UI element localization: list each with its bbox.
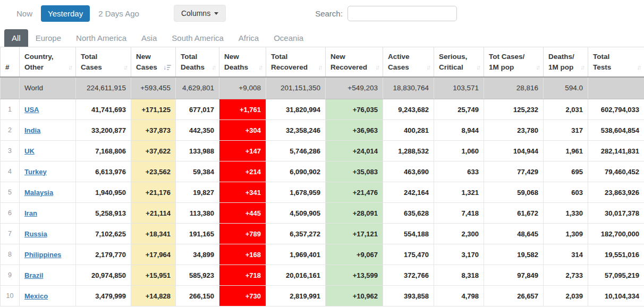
column-header-total_deaths[interactable]: TotalDeaths↓↑: [176, 47, 219, 77]
column-header-new_deaths[interactable]: NewDeaths↓↑: [219, 47, 266, 77]
cell-rank: [1, 77, 20, 99]
cell-new_recovered: +35,083: [326, 161, 383, 182]
cell-cases_per_1m: 23,780: [484, 120, 544, 141]
cell-total_tests: 79,460,452: [588, 161, 644, 182]
cell-total_cases: 6,613,976: [76, 161, 131, 182]
tab-oceania[interactable]: Oceania: [266, 29, 311, 47]
column-header-total_tests[interactable]: TotalTests↓↑: [588, 47, 644, 77]
tab-africa[interactable]: Africa: [231, 29, 266, 47]
header-line1: Total: [181, 52, 215, 62]
column-header-country[interactable]: Country,Other↓↑: [20, 47, 76, 77]
cell-total_deaths: 677,017: [176, 99, 219, 120]
cell-cases_per_1m: 61,672: [484, 203, 544, 224]
column-header-new_recovered[interactable]: NewRecovered↓↑: [326, 47, 383, 77]
cell-cases_per_1m: 48,645: [484, 224, 544, 244]
cell-deaths_per_1m: 1,330: [544, 203, 588, 224]
cell-serious_critical: 8,318: [434, 265, 484, 286]
cell-rank: 5: [1, 182, 20, 203]
tab-north-america[interactable]: North America: [69, 29, 134, 47]
country-link-russia[interactable]: Russia: [24, 230, 47, 238]
cell-total_cases: 2,179,770: [76, 244, 131, 265]
cell-country: Iran: [20, 203, 76, 224]
table-row: 3UK7,168,806+37,622133,988+1475,746,286+…: [1, 141, 644, 161]
column-header-deaths_per_1m[interactable]: Deaths/1M pop↓↑: [544, 47, 588, 77]
cell-serious_critical: 1,060: [434, 141, 484, 161]
country-link-india[interactable]: India: [24, 126, 40, 134]
cell-serious_critical: 2,300: [434, 224, 484, 244]
cell-new_cases: +18,341: [131, 224, 176, 244]
time-filters: NowYesterday2 Days Ago: [10, 5, 146, 22]
table-row: 8Philippines2,179,770+17,96434,899+1681,…: [1, 244, 644, 265]
time-filter-now[interactable]: Now: [10, 5, 39, 22]
table-row: 9Brazil20,974,850+15,951585,923+71820,01…: [1, 265, 644, 286]
country-link-usa[interactable]: USA: [24, 106, 39, 114]
cell-total_deaths: 442,350: [176, 120, 219, 141]
tab-all[interactable]: All: [4, 29, 28, 47]
column-header-cases_per_1m[interactable]: Tot Cases/1M pop↓↑: [484, 47, 544, 77]
cell-total_recovered: 6,357,272: [266, 224, 326, 244]
cell-country: India: [20, 120, 76, 141]
table-row: 4Turkey6,613,976+23,56259,384+2146,090,9…: [1, 161, 644, 182]
cell-country: Philippines: [20, 244, 76, 265]
column-header-new_cases[interactable]: NewCases↓: [131, 47, 176, 77]
cell-rank: 7: [1, 224, 20, 244]
sort-desc-active-icon: ↓: [163, 63, 171, 72]
tab-europe[interactable]: Europe: [28, 29, 69, 47]
cell-active_cases: 393,858: [383, 286, 434, 306]
tab-asia[interactable]: Asia: [134, 29, 164, 47]
cell-new_recovered: +13,599: [326, 265, 383, 286]
header-line1: Deaths/: [548, 52, 583, 62]
cell-new_recovered: +28,091: [326, 203, 383, 224]
cell-total_deaths: 34,899: [176, 244, 219, 265]
column-header-total_cases[interactable]: TotalCases↓↑: [76, 47, 131, 77]
header-line1: Total: [81, 52, 126, 62]
column-header-serious_critical[interactable]: Serious,Critical↓↑: [434, 47, 484, 77]
cell-new_recovered: +549,203: [326, 77, 383, 99]
cell-new_cases: +593,455: [131, 77, 176, 99]
cell-total_deaths: 59,384: [176, 161, 219, 182]
header-line1: Active: [388, 52, 429, 62]
cell-rank: 3: [1, 141, 20, 161]
cell-serious_critical: 103,571: [434, 77, 484, 99]
header-line2: Recovered: [271, 62, 308, 73]
tab-south-america[interactable]: South America: [164, 29, 231, 47]
cell-total_recovered: 32,358,246: [266, 120, 326, 141]
cell-country: World: [20, 77, 76, 99]
time-filter-2-days-ago[interactable]: 2 Days Ago: [91, 5, 146, 22]
country-link-philippines[interactable]: Philippines: [24, 251, 61, 259]
cell-rank: 8: [1, 244, 20, 265]
cell-total_cases: 7,168,806: [76, 141, 131, 161]
country-link-iran[interactable]: Iran: [24, 209, 37, 217]
cell-total_deaths: 4,629,801: [176, 77, 219, 99]
country-link-brazil[interactable]: Brazil: [24, 271, 43, 279]
cell-active_cases: 463,690: [383, 161, 434, 182]
columns-button[interactable]: Columns: [174, 5, 226, 22]
country-link-uk[interactable]: UK: [24, 147, 35, 155]
cell-deaths_per_1m: 695: [544, 161, 588, 182]
cell-serious_critical: 1,321: [434, 182, 484, 203]
cell-cases_per_1m: 125,232: [484, 99, 544, 120]
table-row: 5Malaysia1,940,950+21,17619,827+3411,678…: [1, 182, 644, 203]
cell-cases_per_1m: 19,582: [484, 244, 544, 265]
time-filter-yesterday[interactable]: Yesterday: [41, 5, 90, 22]
column-header-active_cases[interactable]: ActiveCases↓↑: [383, 47, 434, 77]
cell-new_cases: +171,125: [131, 99, 176, 120]
header-line2: Deaths: [181, 62, 205, 73]
country-link-mexico[interactable]: Mexico: [24, 292, 48, 300]
cell-total_deaths: 585,923: [176, 265, 219, 286]
cell-new_recovered: +9,067: [326, 244, 383, 265]
country-link-malaysia[interactable]: Malaysia: [24, 189, 53, 197]
column-header-total_recovered[interactable]: TotalRecovered↓↑: [266, 47, 326, 77]
cell-new_recovered: +21,476: [326, 182, 383, 203]
sort-both-icon: ↓↑: [637, 63, 640, 72]
columns-button-label: Columns: [181, 9, 210, 18]
search-input[interactable]: [348, 6, 457, 21]
cell-new_deaths: +730: [219, 286, 266, 306]
cell-serious_critical: 7,418: [434, 203, 484, 224]
sort-both-icon: ↓↑: [123, 63, 126, 72]
header-line1: Country,: [24, 52, 71, 62]
country-link-turkey[interactable]: Turkey: [24, 168, 47, 176]
cell-total_recovered: 4,509,905: [266, 203, 326, 224]
cell-total_deaths: 19,827: [176, 182, 219, 203]
cell-total_tests: 602,794,033: [588, 99, 644, 120]
